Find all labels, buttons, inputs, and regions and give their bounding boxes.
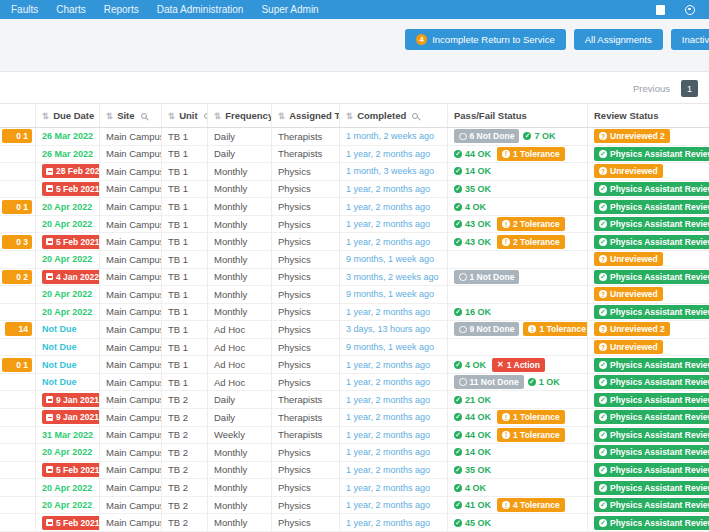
due-date-link[interactable]: 20 Apr 2022 xyxy=(42,254,92,264)
toolbar-button-incomplete-return-to-service[interactable]: 4Incomplete Return to Service xyxy=(405,29,566,50)
nav-item-charts[interactable]: Charts xyxy=(47,0,94,19)
table-row[interactable]: 0 35 Feb 2021Main CampusTB 1MonthlyPhysi… xyxy=(0,233,709,251)
sort-icon[interactable]: ⇅ xyxy=(168,111,175,121)
table-row[interactable]: 20 Apr 2022Main CampusTB 1MonthlyPhysics… xyxy=(0,251,709,269)
sort-icon[interactable]: ⇅ xyxy=(42,111,49,121)
search-icon[interactable] xyxy=(141,113,147,119)
completed-link[interactable]: 1 year, 2 months ago xyxy=(346,184,430,194)
review-badge-approved[interactable]: ✓Physics Assistant Review xyxy=(594,305,709,319)
due-date-link[interactable]: 20 Apr 2022 xyxy=(42,219,92,229)
table-row[interactable]: 31 Mar 2022Main CampusTB 2WeeklyTherapis… xyxy=(0,427,709,445)
nav-item-reports[interactable]: Reports xyxy=(95,0,148,19)
table-row[interactable]: 0 120 Apr 2022Main CampusTB 1MonthlyPhys… xyxy=(0,198,709,216)
nav-item-faults[interactable]: Faults xyxy=(0,0,47,19)
review-badge-approved[interactable]: ✓Physics Assistant Review xyxy=(594,217,709,231)
review-badge-approved[interactable]: ✓Physics Assistant Review xyxy=(594,147,709,161)
table-row[interactable]: 0 1Not DueMain CampusTB 1Ad HocPhysics1 … xyxy=(0,356,709,374)
nav-item-super-admin[interactable]: Super Admin xyxy=(252,0,327,19)
due-date-link[interactable]: 26 Mar 2022 xyxy=(42,149,93,159)
completed-link[interactable]: 1 year, 2 months ago xyxy=(346,377,430,387)
completed-link[interactable]: 1 year, 2 months ago xyxy=(346,395,430,405)
sort-icon[interactable]: ⇅ xyxy=(346,111,353,121)
completed-link[interactable]: 1 year, 2 months ago xyxy=(346,360,430,370)
review-badge-approved[interactable]: ✓Physics Assistant Review xyxy=(594,410,709,424)
review-badge-unreviewed[interactable]: ?Unreviewed 2 xyxy=(594,129,670,143)
completed-link[interactable]: 1 year, 2 months ago xyxy=(346,447,430,457)
completed-link[interactable]: 1 year, 2 months ago xyxy=(346,307,430,317)
overdue-date-badge[interactable]: 5 Feb 2021 xyxy=(42,516,100,530)
review-badge-approved[interactable]: ✓Physics Assistant Review xyxy=(594,235,709,249)
review-badge-unreviewed[interactable]: ?Unreviewed xyxy=(594,252,663,266)
table-row[interactable]: 20 Apr 2022Main CampusTB 2MonthlyPhysics… xyxy=(0,479,709,497)
due-date-link[interactable]: 20 Apr 2022 xyxy=(42,289,92,299)
table-row[interactable]: 28 Feb 2022Main CampusTB 1MonthlyPhysics… xyxy=(0,163,709,181)
table-row[interactable]: 20 Apr 2022Main CampusTB 1MonthlyPhysics… xyxy=(0,216,709,234)
table-row[interactable]: 5 Feb 2021Main CampusTB 2MonthlyPhysics1… xyxy=(0,514,709,532)
pagination-page-1[interactable]: 1 xyxy=(681,80,698,97)
table-row[interactable]: Not DueMain CampusTB 1Ad HocPhysics1 yea… xyxy=(0,374,709,392)
overdue-date-badge[interactable]: 5 Feb 2021 xyxy=(42,463,100,477)
review-badge-approved[interactable]: ✓Physics Assistant Review xyxy=(594,445,709,459)
table-row[interactable]: 20 Apr 2022Main CampusTB 2MonthlyPhysics… xyxy=(0,497,709,515)
overdue-date-badge[interactable]: 4 Jan 2022 xyxy=(42,270,100,284)
completed-link[interactable]: 1 year, 2 months ago xyxy=(346,412,430,422)
overdue-date-badge[interactable]: 5 Feb 2021 xyxy=(42,235,100,249)
sort-icon[interactable]: ⇅ xyxy=(214,111,221,121)
completed-link[interactable]: 9 months, 1 week ago xyxy=(346,254,434,264)
review-badge-unreviewed[interactable]: ?Unreviewed xyxy=(594,287,663,301)
sort-icon[interactable]: ⇅ xyxy=(106,111,113,121)
nav-item-data-administration[interactable]: Data Administration xyxy=(148,0,253,19)
table-row[interactable]: 5 Feb 2021Main CampusTB 2MonthlyPhysics1… xyxy=(0,462,709,480)
review-badge-unreviewed[interactable]: ?Unreviewed 2 xyxy=(594,322,670,336)
completed-link[interactable]: 1 year, 2 months ago xyxy=(346,202,430,212)
review-badge-approved[interactable]: ✓Physics Assistant Review xyxy=(594,481,709,495)
completed-link[interactable]: 1 year, 2 months ago xyxy=(346,237,430,247)
table-row[interactable]: 20 Apr 2022Main CampusTB 1MonthlyPhysics… xyxy=(0,286,709,304)
search-icon[interactable] xyxy=(412,113,418,119)
table-row[interactable]: 14Not DueMain CampusTB 1Ad HocPhysics3 d… xyxy=(0,321,709,339)
due-date-link[interactable]: Not Due xyxy=(42,360,77,370)
overdue-date-badge[interactable]: 9 Jan 2021 xyxy=(42,410,100,424)
completed-link[interactable]: 1 year, 2 months ago xyxy=(346,465,430,475)
due-date-link[interactable]: Not Due xyxy=(42,324,77,334)
due-date-link[interactable]: 31 Mar 2022 xyxy=(42,430,93,440)
overdue-date-badge[interactable]: 5 Feb 2021 xyxy=(42,182,100,196)
due-date-link[interactable]: Not Due xyxy=(42,342,77,352)
completed-link[interactable]: 3 months, 2 weeks ago xyxy=(346,272,439,282)
due-date-link[interactable]: 20 Apr 2022 xyxy=(42,307,92,317)
table-row[interactable]: 0 126 Mar 2022Main CampusTB 1DailyTherap… xyxy=(0,128,709,146)
review-badge-approved[interactable]: ✓Physics Assistant Review xyxy=(594,270,709,284)
due-date-link[interactable]: Not Due xyxy=(42,377,77,387)
completed-link[interactable]: 1 year, 2 months ago xyxy=(346,500,430,510)
completed-link[interactable]: 3 days, 13 hours ago xyxy=(346,324,430,334)
review-badge-unreviewed[interactable]: ?Unreviewed xyxy=(594,164,663,178)
completed-link[interactable]: 9 months, 1 week ago xyxy=(346,342,434,352)
help-circle-icon[interactable] xyxy=(685,5,695,15)
pagination-previous[interactable]: Previous xyxy=(633,83,670,94)
completed-link[interactable]: 1 year, 2 months ago xyxy=(346,149,430,159)
review-badge-approved[interactable]: ✓Physics Assistant Review xyxy=(594,463,709,477)
review-badge-approved[interactable]: ✓Physics Assistant Review xyxy=(594,375,709,389)
sort-icon[interactable]: ⇅ xyxy=(278,111,285,121)
table-row[interactable]: 9 Jan 2021Main CampusTB 2DailyTherapists… xyxy=(0,409,709,427)
review-badge-approved[interactable]: ✓Physics Assistant Review xyxy=(594,498,709,512)
review-badge-approved[interactable]: ✓Physics Assistant Review xyxy=(594,182,709,196)
completed-link[interactable]: 1 month, 2 weeks ago xyxy=(346,131,434,141)
table-row[interactable]: 0 24 Jan 2022Main CampusTB 1MonthlyPhysi… xyxy=(0,269,709,287)
table-row[interactable]: 20 Apr 2022Main CampusTB 1MonthlyPhysics… xyxy=(0,304,709,322)
due-date-link[interactable]: 20 Apr 2022 xyxy=(42,500,92,510)
table-row[interactable]: 20 Apr 2022Main CampusTB 2MonthlyPhysics… xyxy=(0,444,709,462)
completed-link[interactable]: 9 months, 1 week ago xyxy=(346,289,434,299)
review-badge-approved[interactable]: ✓Physics Assistant Review xyxy=(594,358,709,372)
book-icon[interactable] xyxy=(656,5,665,15)
table-row[interactable]: Not DueMain CampusTB 1Ad HocPhysics9 mon… xyxy=(0,339,709,357)
table-row[interactable]: 5 Feb 2021Main CampusTB 1MonthlyPhysics1… xyxy=(0,181,709,199)
due-date-link[interactable]: 26 Mar 2022 xyxy=(42,131,93,141)
completed-link[interactable]: 1 year, 2 months ago xyxy=(346,483,430,493)
toolbar-button-inactive-assignments[interactable]: Inactive Assignments xyxy=(671,29,709,50)
completed-link[interactable]: 1 month, 3 weeks ago xyxy=(346,166,434,176)
review-badge-unreviewed[interactable]: ?Unreviewed xyxy=(594,340,663,354)
review-badge-approved[interactable]: ✓Physics Assistant Review xyxy=(594,200,709,214)
overdue-date-badge[interactable]: 9 Jan 2021 xyxy=(42,393,100,407)
review-badge-approved[interactable]: ✓Physics Assistant Review xyxy=(594,393,709,407)
